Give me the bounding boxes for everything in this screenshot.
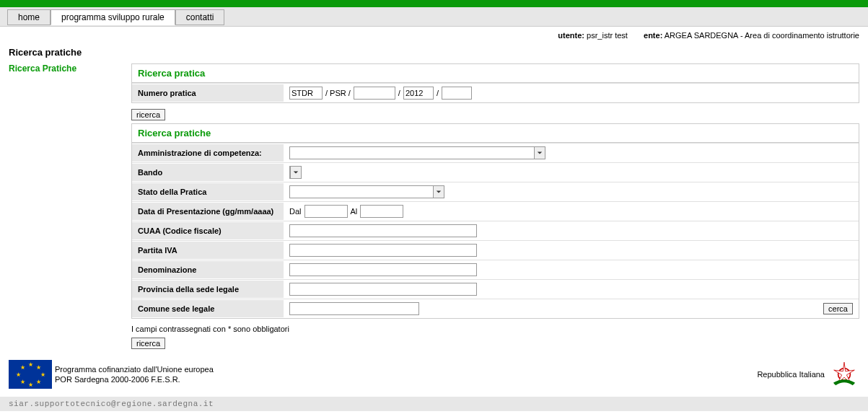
contact-email: siar.supportotecnico@regione.sardegna.it — [9, 400, 214, 408]
amministrazione-label: Amministrazione di competenza: — [132, 144, 284, 162]
chevron-down-icon — [293, 169, 299, 175]
numero-sep-3: / — [437, 89, 439, 97]
repubblica-italiana-label: Repubblica Italiana — [757, 370, 825, 379]
footer: ★ ★ ★ ★ ★ ★ ★ ★ Programma cofinanziato d… — [9, 356, 859, 389]
nav-tab-home[interactable]: home — [7, 9, 51, 25]
footer-line2: POR Sardegna 2000-2006 F.E.S.R. — [55, 374, 214, 384]
top-green-bar — [0, 0, 868, 7]
data-al-input[interactable] — [360, 205, 403, 218]
cuaa-input[interactable] — [289, 224, 477, 237]
stato-pratica-select[interactable] — [289, 185, 434, 198]
user-info-bar: utente: psr_istr test ente: ARGEA SARDEG… — [0, 27, 868, 44]
panel-ricerca-pratiche-title: Ricerca pratiche — [132, 124, 859, 143]
nav-bar: home programma sviluppo rurale contatti — [0, 7, 868, 27]
contact-bar: siar.supportotecnico@regione.sardegna.it — [0, 397, 868, 411]
provincia-input[interactable] — [289, 283, 477, 296]
panel-ricerca-pratica-title: Ricerca pratica — [132, 64, 859, 83]
ente-value: ARGEA SARDEGNA - Area di coordinamento i… — [665, 31, 859, 40]
amministrazione-dropdown-button[interactable] — [534, 146, 545, 159]
sidebar: Ricerca Pratiche — [9, 63, 117, 349]
data-dal-input[interactable] — [304, 205, 348, 218]
numero-seg-2-input[interactable] — [354, 87, 395, 100]
dal-label: Dal — [289, 207, 302, 216]
provincia-label: Provincia della sede legale — [132, 281, 284, 298]
nav-tab-psr[interactable]: programma sviluppo rurale — [51, 9, 175, 25]
comune-label: Comune sede legale — [132, 300, 284, 317]
page-title: Ricerca pratiche — [9, 47, 859, 58]
ente-label: ente: — [644, 31, 662, 40]
required-fields-note: I campi contrassegnati con * sono obblig… — [131, 325, 859, 333]
stato-pratica-label: Stato della Pratica — [132, 183, 284, 201]
numero-sep-2: / — [398, 89, 400, 97]
sidebar-link-ricerca-pratiche[interactable]: Ricerca Pratiche — [9, 63, 117, 74]
bando-label: Bando — [132, 164, 284, 181]
partita-iva-input[interactable] — [289, 244, 477, 257]
utente-label: utente: — [558, 31, 584, 40]
numero-pratica-label: Numero pratica — [132, 84, 284, 102]
partita-iva-label: Partita IVA — [132, 242, 284, 259]
data-presentazione-label: Data di Presentazione (gg/mm/aaaa) — [132, 203, 284, 220]
footer-line1: Programma cofinanziato dall'Unione europ… — [55, 364, 214, 374]
denominazione-label: Denominazione — [132, 261, 284, 278]
eu-flag-icon: ★ ★ ★ ★ ★ ★ ★ ★ — [9, 360, 52, 389]
stato-pratica-dropdown-button[interactable] — [433, 185, 444, 198]
utente-value: psr_istr test — [587, 31, 628, 40]
al-label: Al — [351, 207, 358, 216]
main-content: Ricerca pratica Numero pratica / PSR / /… — [131, 63, 859, 349]
ricerca-button-bottom[interactable]: ricerca — [131, 338, 165, 349]
denominazione-input[interactable] — [289, 263, 477, 276]
ricerca-button-top[interactable]: ricerca — [131, 109, 165, 120]
cuaa-label: CUAA (Codice fiscale) — [132, 222, 284, 239]
chevron-down-icon — [436, 189, 442, 195]
panel-ricerca-pratica: Ricerca pratica Numero pratica / PSR / /… — [131, 63, 859, 103]
numero-seg-0-input[interactable] — [289, 87, 323, 100]
numero-seg-4-input[interactable] — [442, 87, 472, 100]
comune-input[interactable] — [289, 302, 419, 315]
numero-seg-3-input[interactable] — [403, 87, 434, 100]
cerca-button[interactable]: cerca — [823, 303, 853, 314]
chevron-down-icon — [537, 150, 543, 156]
panel-ricerca-pratiche: Ricerca pratiche Amministrazione di comp… — [131, 123, 859, 319]
amministrazione-select[interactable] — [289, 146, 535, 159]
numero-sep-1: / PSR / — [325, 89, 351, 97]
italian-emblem-icon — [829, 359, 859, 389]
bando-dropdown-button[interactable] — [290, 166, 302, 179]
nav-tab-contatti[interactable]: contatti — [175, 9, 225, 25]
